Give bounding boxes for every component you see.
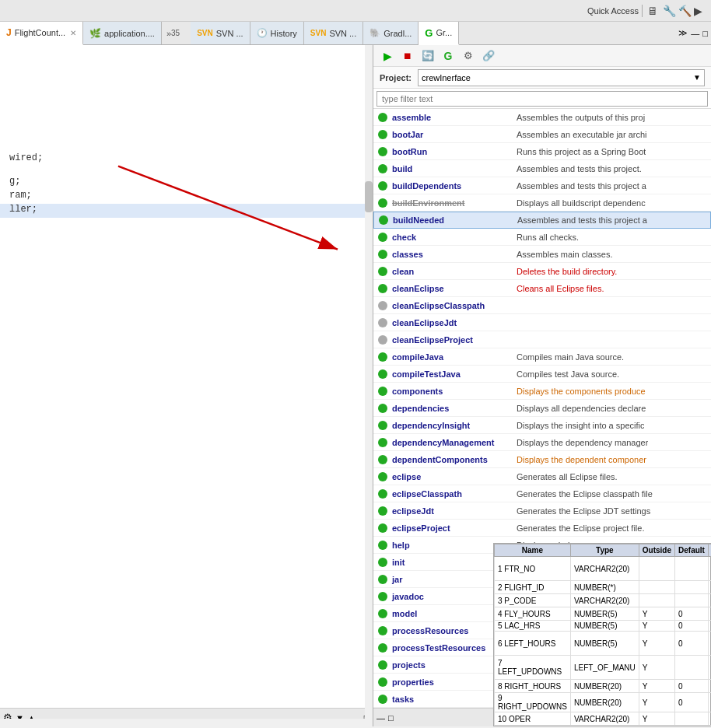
task-dot [378, 677, 387, 687]
code-line-9: ram; [0, 190, 373, 204]
task-name: clean [392, 267, 517, 276]
tab-more[interactable]: » 35 [162, 22, 184, 44]
task-row[interactable]: cleanDeletes the build directory. [373, 263, 711, 280]
project-dropdown[interactable]: crewInerface ▼ [418, 69, 705, 86]
task-dot [378, 335, 387, 345]
tab-gr[interactable]: G Gr... [419, 22, 459, 45]
table-cell: Y [639, 632, 674, 656]
code-line-5 [0, 107, 373, 121]
tab-application[interactable]: 🌿 application.... [83, 22, 162, 44]
scrollbar-thumb[interactable] [365, 181, 373, 212]
table-row[interactable]: 7 LEFT_UPDOWNSLEFT_OF_MANUY飞左上-下次数 [495, 656, 712, 680]
table-cell: 飞行时间 [708, 607, 711, 621]
horizontal-scrollbar[interactable] [0, 719, 365, 726]
right-minimize-icon[interactable]: — [377, 713, 385, 723]
task-name: buildEnvironment [392, 198, 517, 208]
task-row[interactable]: classesAssembles main classes. [373, 246, 711, 263]
task-desc: Displays the insight into a specific [517, 421, 644, 430]
task-row[interactable]: buildNeededAssembles and tests this proj… [373, 212, 711, 229]
stop-icon[interactable]: ⏹ [400, 48, 415, 64]
table-row[interactable]: 3 P_CODEVARCHAR2(20)人员代码 [495, 594, 712, 607]
task-row[interactable]: dependencyManagementDisplays the depende… [373, 434, 711, 451]
table-row[interactable]: 2 FLIGHT_IDNUMBER(*)人员ID [495, 581, 712, 594]
task-name: cleanEclipse [392, 284, 517, 293]
vertical-scrollbar[interactable] [365, 45, 373, 726]
tab-svn2[interactable]: SVN SVN ... [304, 22, 363, 44]
more-tabs-icon[interactable]: ≫ [678, 28, 688, 38]
task-row[interactable]: cleanEclipseCleans all Eclipse files. [373, 280, 711, 297]
table-row[interactable]: 4 FLY_HOURSNUMBER(5)Y0飞行时间 [495, 607, 712, 621]
table-row[interactable]: 1 FTR_NOVARCHAR2(20)行李-小编号 [495, 557, 712, 581]
table-row[interactable]: 8 RIGHT_HOURSNUMBER(20)Y0右总时间 [495, 680, 712, 693]
tab-svn1[interactable]: SVN SVN ... [191, 22, 250, 44]
task-row[interactable]: eclipseGenerates all Eclipse files. [373, 468, 711, 485]
task-dot [378, 660, 387, 670]
table-row[interactable]: 10 OPERVARCHAR2(20)Y人员 [495, 712, 712, 726]
settings-gear-icon[interactable]: ⚙ [461, 48, 476, 64]
tab-gradle[interactable]: 🐘 Gradl... [363, 22, 419, 44]
tab-java-icon: J [6, 27, 12, 38]
tab-more-badge: 35 [171, 29, 180, 37]
task-row[interactable]: compileJavaCompiles main Java source. [373, 348, 711, 366]
task-row[interactable]: componentsDisplays the components produc… [373, 383, 711, 400]
task-row[interactable]: cleanEclipseClasspath [373, 297, 711, 314]
task-dot [378, 438, 387, 447]
toolbar-icon-4[interactable]: ▶ [694, 5, 706, 17]
toolbar-icon-2[interactable]: 🔧 [663, 5, 675, 17]
run-green-icon[interactable]: ▶ [380, 48, 395, 64]
task-row[interactable]: dependencyInsightDisplays the insight in… [373, 417, 711, 434]
task-desc: Compiles test Java source. [517, 369, 619, 379]
task-row[interactable]: checkRuns all checks. [373, 229, 711, 246]
task-row[interactable]: compileTestJavaCompiles test Java source… [373, 366, 711, 383]
table-row[interactable]: 5 LAC_HRSNUMBER(5)Y0 [495, 621, 712, 632]
task-row[interactable]: dependenciesDisplays all dependencies de… [373, 400, 711, 417]
task-name: assemble [392, 113, 517, 122]
svn1-icon: SVN [197, 29, 213, 37]
task-row[interactable]: eclipseClasspathGenerates the Eclipse cl… [373, 485, 711, 502]
task-name: eclipseClasspath [392, 489, 517, 499]
tab-flightcount[interactable]: J FlightCount... ✕ [0, 22, 83, 45]
search-input[interactable] [377, 91, 708, 107]
tab-history[interactable]: 🕐 History [250, 22, 304, 44]
table-cell [675, 557, 709, 581]
toolbar-icon-1[interactable]: 🖥 [647, 5, 660, 17]
table-row[interactable]: 9 RIGHT_UPDOWNSNUMBER(20)Y0 [495, 693, 712, 712]
task-name: dependencyManagement [392, 438, 517, 447]
task-name: dependencies [392, 404, 517, 413]
task-row[interactable]: bootJarAssembles an executable jar archi [373, 126, 711, 143]
link-icon[interactable]: 🔗 [481, 48, 496, 64]
task-dot [378, 489, 387, 499]
task-name: build [392, 164, 517, 173]
task-row[interactable]: buildEnvironmentDisplays all buildscript… [373, 194, 711, 212]
gradle-G-icon[interactable]: G [440, 48, 456, 64]
maximize-tab-icon[interactable]: □ [702, 29, 708, 38]
task-row[interactable]: eclipseProjectGenerates the Eclipse proj… [373, 520, 711, 537]
task-desc: Runs this project as a Spring Boot [517, 147, 646, 156]
task-dot [378, 369, 387, 379]
table-cell: 0 [675, 693, 709, 712]
task-dot [378, 523, 387, 533]
task-dot [378, 130, 387, 139]
task-row[interactable]: dependentComponentsDisplays the dependen… [373, 451, 711, 468]
task-row[interactable]: bootRunRuns this project as a Spring Boo… [373, 143, 711, 160]
tab-flightcount-close[interactable]: ✕ [70, 29, 76, 37]
toolbar-icon-3[interactable]: 🔨 [678, 5, 691, 17]
table-row[interactable]: 6 LEFT_HOURSNUMBER(5)Y0左正时间数量 [495, 632, 712, 656]
task-row[interactable]: assembleAssembles the outputs of this pr… [373, 109, 711, 126]
task-row[interactable]: buildDependentsAssembles and tests this … [373, 177, 711, 194]
task-row[interactable]: eclipseJdtGenerates the Eclipse JDT sett… [373, 502, 711, 520]
table-cell: 9 RIGHT_UPDOWNS [495, 693, 571, 712]
task-desc: Generates the Eclipse project file. [517, 523, 644, 533]
refresh-icon[interactable]: 🔄 [420, 48, 436, 64]
right-maximize-icon[interactable]: □ [388, 713, 394, 723]
task-row[interactable]: cleanEclipseProject [373, 331, 711, 348]
table-cell: Y [639, 693, 674, 712]
task-name: eclipseProject [392, 523, 517, 533]
task-desc: Assembles the outputs of this proj [517, 113, 645, 122]
minimize-tab-icon[interactable]: — [691, 29, 699, 38]
task-row[interactable]: buildAssembles and tests this project. [373, 160, 711, 177]
task-row[interactable]: cleanEclipseJdt [373, 314, 711, 331]
search-box [373, 89, 711, 109]
table-cell: NUMBER(5) [570, 607, 639, 621]
task-dot [378, 643, 387, 653]
